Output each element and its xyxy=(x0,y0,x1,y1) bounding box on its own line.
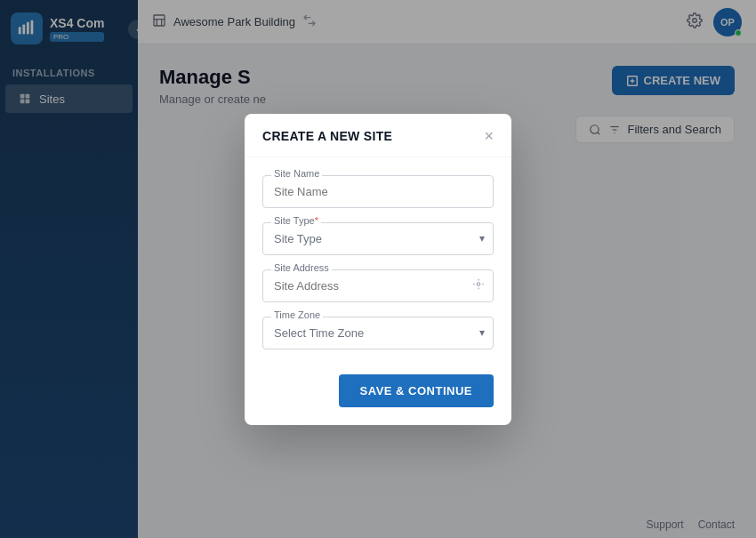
modal-overlay: CREATE A NEW SITE × Site Name Site Type*… xyxy=(0,0,756,538)
site-address-field-group: Site Address xyxy=(262,269,494,302)
modal-footer: SAVE & CONTINUE xyxy=(245,367,511,425)
site-type-select-wrapper: Site Type Type A Type B Type C ▾ xyxy=(262,222,494,255)
svg-point-17 xyxy=(477,283,480,286)
time-zone-select[interactable]: Select Time Zone UTC EST PST xyxy=(262,317,494,349)
site-name-input[interactable] xyxy=(262,175,494,208)
time-zone-select-wrapper: Select Time Zone UTC EST PST ▾ xyxy=(262,317,494,349)
site-type-field-group: Site Type* Site Type Type A Type B Type … xyxy=(262,222,494,255)
site-type-required-marker: * xyxy=(315,215,318,226)
site-type-label: Site Type* xyxy=(271,215,321,226)
modal-header: CREATE A NEW SITE × xyxy=(245,114,511,157)
site-address-input[interactable] xyxy=(262,269,494,302)
site-address-label: Site Address xyxy=(271,262,332,273)
time-zone-label: Time Zone xyxy=(271,309,323,320)
time-zone-field-group: Time Zone Select Time Zone UTC EST PST ▾ xyxy=(262,317,494,349)
location-icon xyxy=(472,278,485,293)
site-type-select[interactable]: Site Type Type A Type B Type C xyxy=(262,222,494,255)
site-name-field-group: Site Name xyxy=(262,175,494,208)
create-site-modal: CREATE A NEW SITE × Site Name Site Type*… xyxy=(245,114,511,425)
site-address-wrapper xyxy=(262,269,494,302)
modal-title: CREATE A NEW SITE xyxy=(262,129,392,143)
save-continue-button[interactable]: SAVE & CONTINUE xyxy=(339,374,494,407)
modal-close-button[interactable]: × xyxy=(484,128,494,144)
site-name-label: Site Name xyxy=(271,168,322,179)
modal-body: Site Name Site Type* Site Type Type A Ty… xyxy=(245,157,511,367)
